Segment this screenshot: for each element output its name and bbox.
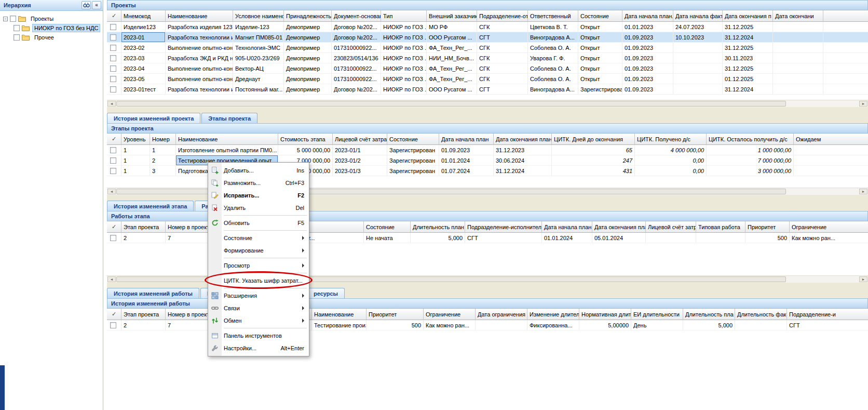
cell[interactable]: 2023-02 [121,43,166,53]
cell[interactable]: 31.12.2023 [494,145,552,155]
cell[interactable]: Изделие-123 [233,22,284,32]
column-header[interactable]: Ответственный [528,10,578,22]
row-checkbox-cell[interactable] [107,233,121,243]
cell[interactable]: 10.10.2023 [673,32,723,43]
column-header[interactable] [823,10,868,22]
cell[interactable]: СГТ [477,32,528,43]
cell[interactable]: День [631,320,683,330]
cell[interactable]: Уварова Г. Ф. [528,53,578,63]
table-row[interactable]: 11Изготовление опытной партии ПМ0...5 00… [107,145,868,155]
row-checkbox[interactable] [110,235,116,241]
cell[interactable]: НИОКР по ГОЗ ... [381,43,427,53]
column-header[interactable]: Наименование [176,134,278,145]
cell[interactable]: Открыт [578,53,622,63]
table-row[interactable]: Изделие123Разработка изделия 123Изделие-… [107,22,868,32]
cell[interactable]: 500 [745,233,790,243]
cell[interactable]: Зарегистрирован [387,145,439,155]
cell[interactable]: 2023-01тест [121,84,166,95]
menu-item-links[interactable]: Связи [208,302,309,314]
column-header[interactable]: Принадлежность [284,10,332,22]
cell[interactable]: 017310000922... [332,63,381,74]
column-header[interactable]: Дата окончани [773,10,823,22]
tab-project-stages[interactable]: Этапы проекта [201,113,257,123]
cell[interactable]: Зарегистрирован [387,166,439,176]
cell[interactable]: 500 [367,320,424,330]
cell[interactable]: 4 000 000,00 [635,145,707,155]
column-header[interactable]: Дата начала план. [542,221,592,233]
row-checkbox-cell[interactable] [107,74,121,84]
cell[interactable]: 31.12.2025 [723,43,773,53]
column-header[interactable]: Изменение длител [527,309,579,320]
cell[interactable]: 01.09.2023 [622,84,673,95]
row-checkbox-cell[interactable] [107,43,121,53]
table-row[interactable]: 2023-01тестРазработка технологии и...Пос… [107,84,868,95]
cell[interactable]: 01.01.2023 [622,22,673,32]
cell[interactable] [773,74,823,84]
cell[interactable]: Демопример [284,32,332,43]
cell[interactable]: Соболева О. А. [528,63,578,74]
cell[interactable]: Демопример [284,43,332,53]
cell[interactable] [773,32,823,43]
cell[interactable]: 01.09.2023 [622,74,673,84]
row-checkbox[interactable] [110,157,116,164]
cell[interactable]: 01.01.2024 [542,233,592,243]
column-header[interactable]: ЦИТК. Осталось получить д/с [707,134,794,145]
column-header[interactable]: Документ-основан [332,10,381,22]
cell[interactable]: Демопример [284,84,332,95]
row-checkbox[interactable] [110,45,116,51]
cell[interactable]: 247 [552,155,635,166]
cell[interactable]: 2023-01/1 [333,145,387,155]
cell[interactable]: Выполнение опытно-конс... [166,43,233,53]
menu-item-edit[interactable]: Исправить...F2 [208,189,309,202]
cell[interactable]: СГТ [787,320,868,330]
cell[interactable]: 0,00 [635,166,707,176]
table-row[interactable]: 2023-02Выполнение опытно-конс...Технолог… [107,43,868,53]
cell[interactable] [673,84,723,95]
select-all-header[interactable]: ✓ [107,221,121,233]
cell[interactable]: СГК [477,74,528,84]
select-all-header[interactable]: ✓ [107,309,121,320]
column-header[interactable]: Длительность пла [683,309,735,320]
cell[interactable] [773,84,823,95]
cell[interactable]: СГТ [465,233,542,243]
cell[interactable]: 31.12.2025 [723,22,773,32]
scroll-left-icon[interactable]: ◄ [107,276,116,282]
cell[interactable]: Открыт [578,43,622,53]
cell[interactable]: 1 [150,145,176,155]
cell[interactable]: ООО Русатом ... [427,32,477,43]
column-header[interactable]: Лицевой счёт затрат: [333,134,387,145]
cell[interactable]: ФА_Техн_Рег_... [427,63,477,74]
cell[interactable]: 2023-05 [121,74,166,84]
column-header[interactable]: Тип [381,10,427,22]
cell[interactable]: Выполнение опытно-конс... [166,63,233,74]
cell[interactable]: 01.09.2023 [622,32,673,43]
table-row[interactable]: 2023-03Разработка ЭКД и РКД н...905-U020… [107,53,868,63]
column-header[interactable]: Этап проекта [121,309,166,320]
cell[interactable]: Технология-ЭМС [233,43,284,53]
scroll-left-icon[interactable]: ◄ [107,101,116,107]
cell[interactable]: 230823/0514/136 [332,53,381,63]
cell[interactable]: ФА_Техн_Рег_... [427,74,477,84]
tree-item-checkbox[interactable] [13,34,20,41]
column-header[interactable]: Лицевой счёт затр [646,221,696,233]
column-header[interactable]: Наименование [312,309,367,320]
cell[interactable] [794,155,868,166]
cell[interactable]: Выполнение опытно-конс... [166,74,233,84]
table-row[interactable]: 2023-01Разработка технологии и...Магнит … [107,32,868,43]
cell[interactable]: Постоянный маг... [233,84,284,95]
cell[interactable]: Открыт [578,32,622,43]
cell[interactable] [735,320,787,330]
row-checkbox[interactable] [110,34,116,41]
cell[interactable] [646,233,696,243]
cell[interactable]: СГК [477,43,528,53]
tree-item-other[interactable]: Прочее [3,33,102,42]
cell[interactable]: ООО Русатом ... [427,84,477,95]
cell[interactable]: Магнит ПМ085-01 [233,32,284,43]
cell[interactable]: 2 [121,233,166,243]
column-header[interactable]: ЦИТК. Получено д/с [635,134,707,145]
cell[interactable]: 2023-03 [121,53,166,63]
column-header[interactable]: Дата окончания п [723,10,773,22]
cell[interactable]: Как можно ран... [424,320,476,330]
cell[interactable]: Изделие123 [121,22,166,32]
cell[interactable] [823,32,868,43]
